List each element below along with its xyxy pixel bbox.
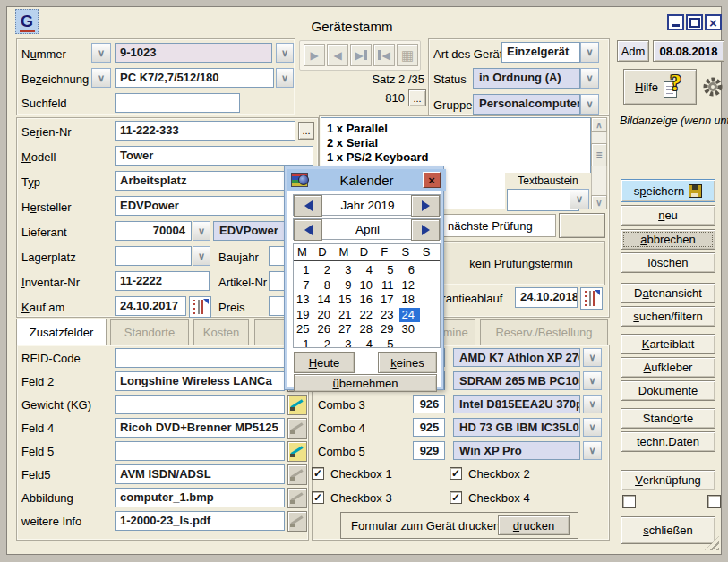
sidebar-checkbox-right[interactable]: [707, 495, 721, 508]
lieferant-dropdown[interactable]: ∨: [193, 221, 210, 241]
nummer-label-dropdown[interactable]: ∨: [91, 43, 111, 63]
verknuepfung-button[interactable]: Verknüpfung: [621, 470, 715, 490]
delete-button[interactable]: löschen: [621, 252, 715, 273]
calendar-day[interactable]: 12: [399, 278, 421, 294]
close-button[interactable]: ×: [705, 14, 722, 30]
combo5-nr[interactable]: 929: [413, 441, 445, 460]
combo3-value[interactable]: Intel D815EEA2U 370pin: [453, 395, 580, 413]
status-value[interactable]: in Ordnung (A): [473, 68, 580, 89]
dokumente-button[interactable]: Dokumente: [621, 380, 715, 401]
combo1-value[interactable]: AMD K7 Athlon XP 2700: [453, 348, 580, 367]
art-dropdown[interactable]: ∨: [580, 42, 599, 63]
calendar-day[interactable]: 5: [378, 337, 399, 349]
calendar-day[interactable]: 7: [294, 278, 315, 294]
help-button[interactable]: Hilfe ?: [623, 69, 697, 105]
scroll-up-button[interactable]: ∧: [591, 117, 607, 132]
zusatz-input-rfid[interactable]: [115, 348, 285, 368]
aufkleber-button[interactable]: Aufkleber: [621, 357, 715, 378]
combo3-nr[interactable]: 926: [413, 395, 445, 413]
combo1-dropdown[interactable]: ∨: [583, 348, 602, 367]
tab-standorte[interactable]: Standorte: [110, 319, 189, 345]
lieferant-nr-input[interactable]: 70004: [115, 221, 192, 241]
calendar-day[interactable]: 3: [336, 263, 357, 278]
gruppe-value[interactable]: Personalcomputer: [473, 94, 580, 115]
calendar-day[interactable]: 10: [357, 278, 379, 294]
calendar-day[interactable]: 25: [294, 322, 315, 337]
search-filter-button[interactable]: suchen/filtern: [621, 306, 715, 327]
calendar-day[interactable]: 29: [378, 322, 399, 337]
gear-icon[interactable]: [702, 76, 724, 98]
garantie-input[interactable]: 24.10.2018: [515, 287, 578, 308]
zusatz-input-weitereinfo[interactable]: 1-2000-23_ls.pdf: [115, 511, 285, 531]
calendar-day[interactable]: 5: [378, 263, 399, 278]
calendar-day[interactable]: 9: [336, 278, 357, 294]
calendar-day[interactable]: 22: [357, 308, 379, 323]
first-record-button[interactable]: ◀: [373, 44, 395, 66]
zusatz-input-gewicht[interactable]: [115, 395, 285, 414]
record-search-button[interactable]: ▦: [397, 44, 418, 66]
zusatz-input-abbildung[interactable]: computer_1.bmp: [115, 488, 285, 507]
calendar-day[interactable]: 3: [336, 337, 357, 349]
lagerplatz-dropdown[interactable]: ∨: [193, 246, 210, 266]
year-prev-button[interactable]: [294, 195, 322, 217]
calendar-day[interactable]: 2: [315, 337, 337, 349]
combo5-dropdown[interactable]: ∨: [583, 441, 602, 460]
calendar-day[interactable]: 4: [357, 263, 379, 278]
calendar-day[interactable]: 13: [294, 293, 315, 308]
calendar-day[interactable]: 4: [357, 337, 379, 349]
month-prev-button[interactable]: [294, 219, 322, 241]
calendar-day[interactable]: 11: [378, 278, 399, 294]
dataview-button[interactable]: Datenansicht: [621, 283, 715, 303]
typ-input[interactable]: Arbeitsplatz: [115, 171, 313, 191]
new-button[interactable]: neu: [621, 205, 715, 226]
calendar-day[interactable]: 19: [294, 308, 315, 323]
apply-button[interactable]: übernehmen: [294, 374, 437, 392]
hersteller-input[interactable]: EDVPower: [115, 196, 313, 216]
checkbox-1[interactable]: ✓: [312, 467, 324, 480]
garantie-calendar-button[interactable]: [580, 287, 603, 310]
kaufam-calendar-button[interactable]: [189, 296, 211, 318]
calendar-day[interactable]: 2: [315, 263, 337, 278]
year-next-button[interactable]: [411, 195, 440, 217]
calendar-day[interactable]: 28: [357, 322, 379, 337]
scroll-thumb[interactable]: ≡: [591, 143, 607, 166]
seriennr-browse-button[interactable]: ...: [298, 122, 314, 140]
save-button[interactable]: speichern: [621, 179, 715, 202]
suchfeld-input[interactable]: [115, 93, 240, 113]
karteiblatt-button[interactable]: Karteiblatt: [621, 334, 715, 354]
calendar-day[interactable]: 8: [315, 278, 337, 294]
calendar-day[interactable]: 16: [357, 293, 379, 308]
combo2-value[interactable]: SDRAM 265 MB PC100 I: [453, 371, 580, 390]
minimize-button[interactable]: [667, 14, 684, 30]
calendar-day[interactable]: 6: [399, 263, 421, 278]
calendar-day[interactable]: 21: [336, 308, 357, 323]
print-button[interactable]: drucken: [498, 515, 570, 535]
close-window-button[interactable]: schließen: [621, 516, 715, 544]
zusatz-input-feld5b[interactable]: AVM ISDN/ADSL: [115, 464, 285, 484]
calendar-titlebar[interactable]: Kalender ×: [287, 169, 446, 191]
cancel-button[interactable]: abbrechen: [621, 229, 715, 250]
calendar-day[interactable]: 26: [315, 322, 337, 337]
combo2-dropdown[interactable]: ∨: [583, 371, 602, 390]
tab-kosten[interactable]: Kosten: [193, 319, 249, 345]
record-id-browse-button[interactable]: ...: [408, 89, 426, 106]
gruppe-dropdown[interactable]: ∨: [580, 94, 599, 115]
techdaten-button[interactable]: techn.Daten: [621, 431, 715, 452]
combo5-value[interactable]: Win XP Pro: [453, 441, 580, 460]
kaufam-input[interactable]: 24.10.2017: [115, 296, 186, 316]
calendar-day[interactable]: 30: [399, 322, 421, 337]
textbaustein-dropdown[interactable]: ∨: [570, 189, 589, 209]
checkbox-3[interactable]: ✓: [312, 491, 324, 504]
zusatz-input-feld2[interactable]: Longshine Wireless LANCa: [115, 371, 285, 391]
last-record-button[interactable]: ▶: [350, 44, 372, 66]
tab-reserv-bestellung[interactable]: Reserv./Bestellung: [480, 319, 608, 345]
calendar-day[interactable]: 23: [378, 308, 399, 323]
today-button[interactable]: Heute: [294, 352, 355, 373]
combo4-value[interactable]: HD 73 GB IBM IC35L073: [453, 418, 580, 437]
checkbox-4[interactable]: ✓: [450, 491, 462, 504]
combo4-nr[interactable]: 925: [413, 418, 445, 437]
maximize-button[interactable]: [686, 14, 703, 30]
calendar-day[interactable]: 15: [336, 293, 357, 308]
combo4-dropdown[interactable]: ∨: [583, 418, 602, 437]
calendar-day[interactable]: 18: [399, 293, 421, 308]
